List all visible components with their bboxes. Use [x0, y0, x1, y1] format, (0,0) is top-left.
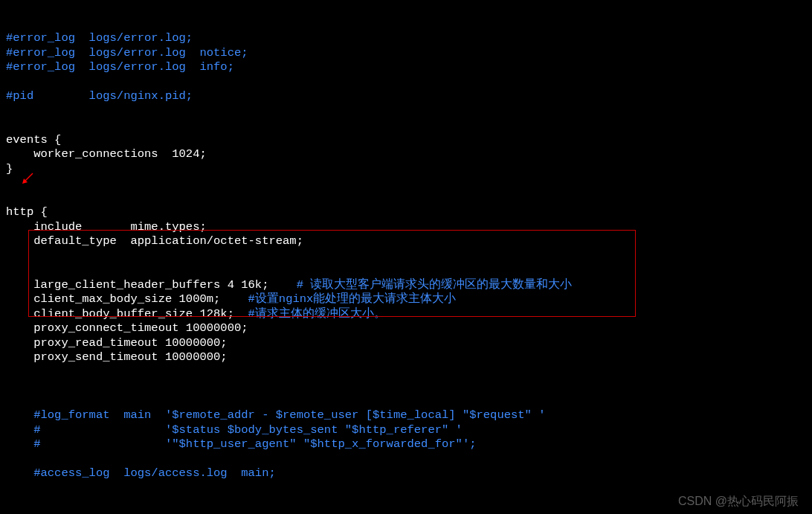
config-line: worker_connections 1024; — [6, 147, 812, 162]
config-line — [6, 394, 812, 409]
config-line-highlighted: proxy_connect_timeout 10000000; — [6, 321, 812, 336]
config-line-highlighted: client_max_body_size 1000m; #设置nginx能处理的… — [6, 292, 812, 307]
config-line: #pid logs/nginx.pid; — [6, 89, 812, 104]
config-line: default_type application/octet-stream; — [6, 234, 812, 249]
config-line: include mime.types; — [6, 220, 812, 235]
config-line: #error_log logs/error.log notice; — [6, 46, 812, 61]
terminal-output: #error_log logs/error.log;#error_log log… — [6, 2, 812, 514]
config-line: #error_log logs/error.log info; — [6, 60, 812, 75]
config-line-highlighted: proxy_read_timeout 10000000; — [6, 336, 812, 351]
config-line — [6, 176, 812, 191]
watermark-text: CSDN @热心码民阿振 — [678, 494, 799, 509]
config-line: #log_format main '$remote_addr - $remote… — [6, 408, 812, 423]
config-line — [6, 104, 812, 119]
config-line — [6, 118, 812, 133]
config-line — [6, 452, 812, 467]
config-line: } — [6, 162, 812, 177]
config-line: events { — [6, 133, 812, 148]
config-line — [6, 75, 812, 90]
config-line: #access_log logs/access.log main; — [6, 466, 812, 481]
config-line: # '$status $body_bytes_sent "$http_refer… — [6, 423, 812, 438]
config-line-highlighted: proxy_send_timeout 10000000; — [6, 350, 812, 365]
config-line-highlighted: large_client_header_buffers 4 16k; # 读取大… — [6, 278, 812, 293]
config-line — [6, 191, 812, 206]
config-line: http { — [6, 205, 812, 220]
config-line-highlighted: client_body_buffer_size 128k; #请求主体的缓冲区大… — [6, 307, 812, 322]
config-line: #error_log logs/error.log; — [6, 31, 812, 46]
config-line: # '"$http_user_agent" "$http_x_forwarded… — [6, 437, 812, 452]
